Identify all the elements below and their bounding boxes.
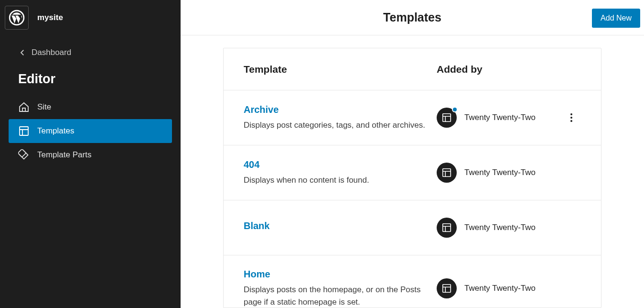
template-parts-icon: [18, 149, 30, 161]
svg-rect-5: [443, 114, 451, 122]
table-row: 404Displays when no content is found.Twe…: [224, 145, 601, 200]
topbar: Templates Add New: [181, 0, 644, 35]
back-label: Dashboard: [32, 48, 71, 57]
template-description: Displays when no content is found.: [244, 174, 425, 187]
svg-rect-4: [18, 149, 26, 157]
editor-heading: Editor: [0, 57, 181, 93]
template-title-link[interactable]: Blank: [244, 220, 425, 231]
table-row: BlankTwenty Twenty-Two: [224, 200, 601, 255]
table-header: Template Added by: [224, 48, 601, 90]
table-row: HomeDisplays posts on the homepage, or o…: [224, 255, 601, 308]
layout-icon: [437, 278, 457, 298]
template-cell: HomeDisplays posts on the homepage, or o…: [244, 269, 437, 308]
template-title-link[interactable]: Archive: [244, 104, 425, 115]
table-row: ArchiveDisplays post categories, tags, a…: [224, 90, 601, 145]
nav-item-templates[interactable]: Templates: [9, 119, 172, 143]
actions-cell: [562, 112, 581, 123]
template-description: Displays post categories, tags, and othe…: [244, 119, 425, 132]
theme-icon-wrap: [437, 108, 457, 128]
sidebar: mysite Dashboard Editor Site Templates T…: [0, 0, 181, 308]
wordpress-icon: [8, 9, 25, 26]
back-to-dashboard[interactable]: Dashboard: [0, 34, 181, 57]
site-header: mysite: [0, 0, 181, 34]
layout-icon: [437, 163, 457, 183]
more-actions-button[interactable]: [566, 112, 577, 123]
added-by-cell: Twenty Twenty-Two: [437, 163, 562, 183]
chevron-left-icon: [18, 48, 27, 57]
nav-label: Templates: [37, 126, 74, 136]
editor-nav: Site Templates Template Parts: [0, 93, 181, 167]
added-by-cell: Twenty Twenty-Two: [437, 218, 562, 238]
nav-label: Site: [37, 102, 51, 112]
theme-icon-wrap: [437, 278, 457, 298]
added-by-cell: Twenty Twenty-Two: [437, 108, 562, 128]
svg-rect-6: [443, 169, 451, 177]
nav-item-site[interactable]: Site: [9, 95, 172, 119]
added-by-cell: Twenty Twenty-Two: [437, 278, 562, 298]
added-by-label: Twenty Twenty-Two: [464, 113, 536, 122]
nav-label: Template Parts: [37, 150, 91, 160]
layout-icon: [18, 125, 30, 137]
site-name: mysite: [37, 13, 63, 22]
svg-rect-2: [20, 127, 28, 135]
added-by-label: Twenty Twenty-Two: [464, 168, 536, 177]
theme-icon-wrap: [437, 218, 457, 238]
column-template: Template: [244, 64, 437, 75]
template-cell: ArchiveDisplays post categories, tags, a…: [244, 104, 437, 132]
page-title: Templates: [383, 11, 441, 24]
template-cell: Blank: [244, 220, 437, 235]
add-new-button[interactable]: Add New: [592, 9, 640, 28]
main: Templates Add New Template Added by Arch…: [181, 0, 644, 308]
nav-item-template-parts[interactable]: Template Parts: [9, 143, 172, 167]
added-by-label: Twenty Twenty-Two: [464, 223, 536, 232]
home-icon: [18, 101, 30, 113]
content: Template Added by ArchiveDisplays post c…: [181, 35, 644, 308]
svg-rect-8: [443, 285, 451, 293]
template-title-link[interactable]: 404: [244, 159, 425, 170]
template-cell: 404Displays when no content is found.: [244, 159, 437, 187]
templates-table: Template Added by ArchiveDisplays post c…: [223, 48, 601, 308]
svg-rect-7: [443, 224, 451, 232]
site-logo[interactable]: [5, 6, 29, 30]
added-by-label: Twenty Twenty-Two: [464, 284, 536, 293]
template-description: Displays posts on the homepage, or on th…: [244, 284, 425, 308]
template-title-link[interactable]: Home: [244, 269, 425, 280]
column-added-by: Added by: [437, 64, 581, 75]
customized-indicator: [452, 107, 458, 112]
layout-icon: [437, 218, 457, 238]
theme-icon-wrap: [437, 163, 457, 183]
